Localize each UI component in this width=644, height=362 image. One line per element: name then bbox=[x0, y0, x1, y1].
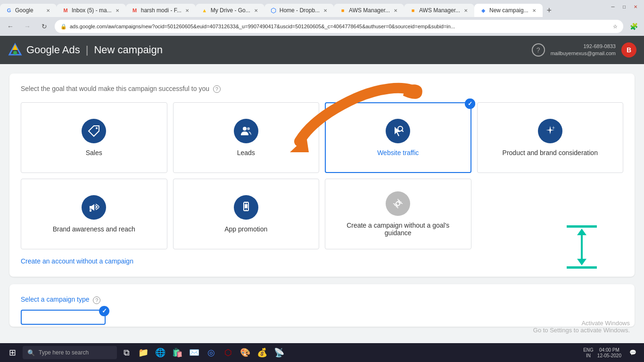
tab-close-gmail1[interactable]: ✕ bbox=[115, 7, 120, 14]
tab-google[interactable]: G Google ✕ bbox=[0, 4, 57, 17]
refresh-button[interactable]: ↻ bbox=[38, 20, 51, 33]
edge-icon[interactable]: 🌐 bbox=[153, 345, 168, 360]
tab-gmail2[interactable]: M harsh modi - F... ✕ bbox=[126, 4, 196, 17]
goal-item-product-brand[interactable]: Product and brand consideration bbox=[477, 102, 624, 173]
address-bar[interactable]: 🔒 ads.google.com/aw/campaigns/new?ocid=5… bbox=[55, 20, 623, 33]
account-email: mailbuyernexus@gmail.com bbox=[551, 50, 616, 57]
selected-checkmark: ✓ bbox=[465, 99, 475, 109]
goal-item-sales[interactable]: Sales bbox=[21, 102, 167, 173]
goal-icon-website-traffic bbox=[386, 119, 410, 143]
svg-point-2 bbox=[13, 51, 17, 55]
create-account-link[interactable]: Create an account without a campaign bbox=[21, 257, 133, 265]
cursor-icon bbox=[392, 125, 404, 137]
svg-point-5 bbox=[247, 127, 250, 130]
goal-item-no-goal[interactable]: Create a campaign without a goal's guida… bbox=[325, 179, 471, 249]
campaign-type-text: Select a campaign type bbox=[21, 296, 90, 303]
tab-favicon-gmail1: M bbox=[62, 7, 69, 14]
goal-label: Select the goal that would make this cam… bbox=[21, 85, 623, 93]
tab-bar: G Google ✕ M Inbox (5) - ma... ✕ M harsh… bbox=[0, 0, 644, 17]
tab-close-dropbox[interactable]: ✕ bbox=[322, 7, 328, 14]
taskbar: ⊞ 🔍 Type here to search ⧉ 📁 🌐 🛍️ ✉️ ◎ ⬡ … bbox=[0, 343, 644, 362]
goal-item-website-traffic[interactable]: ✓ Website traffic bbox=[325, 102, 471, 173]
close-window-button[interactable]: ✕ bbox=[631, 2, 640, 11]
tab-close-aws2[interactable]: ✕ bbox=[463, 7, 469, 14]
svg-rect-11 bbox=[245, 204, 248, 208]
svg-rect-7 bbox=[90, 209, 91, 212]
paint-icon[interactable]: 🎨 bbox=[238, 345, 253, 360]
start-button[interactable]: ⊞ bbox=[4, 344, 21, 361]
goal-label-product-brand: Product and brand consideration bbox=[503, 149, 598, 156]
back-button[interactable]: ← bbox=[4, 20, 17, 33]
tab-favicon-google: G bbox=[6, 7, 12, 14]
header-divider: | bbox=[86, 44, 89, 56]
store-icon[interactable]: 🛍️ bbox=[170, 345, 185, 360]
tab-close-googleads[interactable]: ✕ bbox=[531, 7, 537, 14]
tab-close-gmail2[interactable]: ✕ bbox=[184, 7, 190, 14]
goals-grid: Sales Leads ✓ bbox=[21, 102, 623, 249]
browser-actions: 🧩 bbox=[627, 20, 640, 33]
goal-label-no-goal: Create a campaign without a goal's guida… bbox=[333, 222, 463, 237]
goal-icon-brand-awareness bbox=[82, 195, 106, 220]
tab-title-drive: My Drive - Go... bbox=[211, 7, 250, 14]
taskbar-search[interactable]: 🔍 Type here to search bbox=[23, 346, 117, 359]
goal-help-icon[interactable]: ? bbox=[213, 85, 221, 93]
account-number: 192-689-0833 bbox=[551, 43, 616, 50]
tag-icon bbox=[88, 125, 100, 137]
minimize-button[interactable]: ─ bbox=[608, 2, 618, 11]
campaign-type-select[interactable]: ✓ bbox=[21, 310, 106, 325]
tab-aws2[interactable]: ■ AWS Manager... ✕ bbox=[404, 4, 474, 17]
tab-favicon-dropbox: ⬡ bbox=[270, 7, 277, 14]
notifications-icon[interactable]: 💬 bbox=[625, 345, 640, 360]
tab-aws1[interactable]: ■ AWS Manager... ✕ bbox=[334, 4, 404, 17]
new-tab-button[interactable]: + bbox=[543, 4, 556, 17]
address-bar-row: ← → ↻ 🔒 ads.google.com/aw/campaigns/new?… bbox=[0, 17, 644, 36]
campaign-type-checkmark: ✓ bbox=[99, 306, 109, 316]
tab-close-google[interactable]: ✕ bbox=[45, 7, 51, 14]
tab-drive[interactable]: ▲ My Drive - Go... ✕ bbox=[196, 4, 264, 17]
tab-title-googleads: New campaig... bbox=[489, 7, 528, 14]
ads-logo-icon bbox=[8, 42, 23, 58]
header-right: ? 192-689-0833 mailbuyernexus@gmail.com … bbox=[532, 42, 636, 58]
goal-item-brand-awareness[interactable]: Brand awareness and reach bbox=[21, 179, 167, 249]
user-avatar[interactable]: B bbox=[621, 42, 636, 58]
mail-icon[interactable]: ✉️ bbox=[187, 345, 202, 360]
taskbar-time: 04:00 PM bbox=[599, 347, 619, 353]
goal-label-website-traffic: Website traffic bbox=[377, 149, 419, 156]
taskbar-lang-in: IN bbox=[586, 353, 591, 358]
chrome-icon[interactable]: ◎ bbox=[204, 345, 219, 360]
address-url: ads.google.com/aw/campaigns/new?ocid=501… bbox=[70, 24, 610, 29]
tab-close-aws1[interactable]: ✕ bbox=[393, 7, 398, 14]
goal-icon-sales bbox=[82, 119, 106, 143]
star-icon[interactable]: ☆ bbox=[613, 24, 618, 30]
phone-icon bbox=[240, 201, 252, 214]
tab-title-dropbox: Home - Dropb... bbox=[280, 7, 320, 14]
campaign-type-card: Select a campaign type ? ✓ bbox=[9, 284, 635, 327]
search-icon: 🔍 bbox=[27, 349, 35, 356]
tab-close-drive[interactable]: ✕ bbox=[253, 7, 259, 14]
page-title: New campaign bbox=[94, 44, 163, 56]
tab-favicon-gmail2: M bbox=[132, 7, 138, 14]
svg-point-10 bbox=[246, 209, 247, 210]
help-button[interactable]: ? bbox=[532, 43, 545, 57]
money-icon[interactable]: 💰 bbox=[255, 345, 270, 360]
extension-icon[interactable]: 🧩 bbox=[627, 20, 640, 33]
file-explorer-icon[interactable]: 📁 bbox=[136, 345, 151, 360]
sparkle-icon bbox=[544, 125, 556, 137]
tab-favicon-googleads: ◆ bbox=[480, 7, 487, 14]
teamviewer-icon[interactable]: 📡 bbox=[272, 345, 287, 360]
tab-dropbox[interactable]: ⬡ Home - Dropb... ✕ bbox=[264, 4, 334, 17]
filezilla-icon[interactable]: ⬡ bbox=[221, 345, 236, 360]
tab-title-gmail2: harsh modi - F... bbox=[141, 7, 182, 14]
tab-title-gmail1: Inbox (5) - ma... bbox=[72, 7, 112, 14]
tab-googleads[interactable]: ◆ New campaig... ✕ bbox=[474, 4, 543, 17]
goal-label-app-promotion: App promotion bbox=[224, 225, 267, 233]
tab-gmail1[interactable]: M Inbox (5) - ma... ✕ bbox=[57, 4, 126, 17]
goal-item-leads[interactable]: Leads bbox=[173, 102, 320, 173]
maximize-button[interactable]: □ bbox=[619, 2, 629, 11]
forward-button[interactable]: → bbox=[21, 20, 34, 33]
ads-logo: Google Ads bbox=[8, 42, 80, 58]
task-view-button[interactable]: ⧉ bbox=[119, 345, 134, 360]
campaign-type-help-icon[interactable]: ? bbox=[93, 296, 100, 304]
taskbar-right: ENG IN 04:00 PM 12-05-2020 💬 bbox=[583, 345, 640, 360]
goal-item-app-promotion[interactable]: App promotion bbox=[173, 179, 320, 249]
